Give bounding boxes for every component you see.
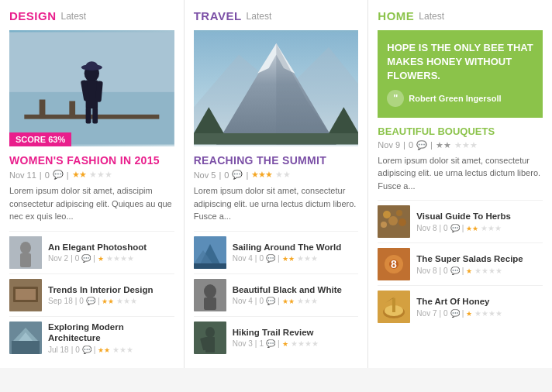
- travel-thumb-1: [194, 236, 226, 269]
- svg-point-45: [388, 216, 398, 225]
- quote-icon: ": [387, 90, 404, 107]
- svg-point-47: [398, 218, 406, 226]
- home-thumb-3-svg: [378, 291, 410, 323]
- travel-small-1-meta: Nov 4 | 0 💬 | ★★★★★: [233, 254, 359, 263]
- design-main-stars-empty: ★★★: [89, 170, 112, 180]
- comment-icon-s2: 💬: [86, 297, 95, 305]
- design-column: DESIGN Latest: [0, 0, 185, 368]
- design-thumb-3: [9, 322, 42, 354]
- comment-icon-s3: 💬: [82, 346, 91, 354]
- home-small-1-title[interactable]: Visual Guide To Herbs: [416, 211, 543, 222]
- design-main-meta: Nov 11 | 0 💬 | ★★★★★: [9, 170, 174, 180]
- home-small-3-title[interactable]: The Art Of Honey: [416, 296, 543, 308]
- travel-hero-svg: [194, 30, 359, 146]
- travel-small-article-2: Beautiful Black and White Nov 4 | 0 💬 | …: [194, 273, 359, 316]
- svg-rect-34: [194, 263, 226, 269]
- design-thumb-2-svg: [9, 279, 42, 311]
- comment-icon-t: 💬: [232, 170, 243, 180]
- svg-rect-37: [204, 297, 216, 310]
- design-small-2-content: Trends In Interior Design Sep 18 | 0 💬 |…: [48, 284, 174, 306]
- travel-thumb-3-svg: [194, 322, 226, 354]
- svg-rect-55: [392, 298, 395, 312]
- quote-author-name: Robert Green Ingersoll: [409, 94, 501, 103]
- travel-small-3-title[interactable]: Hiking Trail Review: [233, 327, 359, 339]
- travel-main-date: Nov 5: [194, 170, 216, 180]
- home-thumb-2-svg: 8: [378, 248, 410, 280]
- design-thumb-2: [9, 279, 42, 311]
- travel-thumb-1-svg: [194, 236, 226, 269]
- travel-section-name: TRAVEL: [194, 9, 242, 22]
- travel-thumb-2-svg: [194, 279, 226, 311]
- design-small-article-3: Exploring ModernArchitecture Jul 18 | 0 …: [9, 316, 174, 359]
- quote-author: " Robert Green Ingersoll: [387, 90, 533, 107]
- comment-icon-hs1: 💬: [450, 224, 460, 232]
- design-small-2-meta: Sep 18 | 0 💬 | ★★★★★: [48, 297, 174, 305]
- score-badge: SCORE 63%: [9, 132, 71, 146]
- travel-small-2-content: Beautiful Black and White Nov 4 | 0 💬 | …: [233, 284, 359, 306]
- design-main-comments: 0: [45, 170, 50, 180]
- design-small-article-2: Trends In Interior Design Sep 18 | 0 💬 |…: [9, 273, 174, 316]
- design-small-3-content: Exploring ModernArchitecture Jul 18 | 0 …: [48, 322, 174, 355]
- home-main-title[interactable]: BEAUTIFUL BOUQUETS: [378, 126, 543, 137]
- comment-icon-hs2: 💬: [450, 266, 460, 275]
- design-main-date: Nov 11: [9, 170, 36, 180]
- design-thumb-3-svg: [9, 322, 42, 354]
- design-small-article-1: An Elegant Photoshoot Nov 2 | 0 💬 | ★★★★…: [9, 231, 174, 273]
- quote-box: HOPE IS THE ONLY BEE THAT MAKES HONEY WI…: [378, 30, 543, 118]
- svg-point-44: [396, 210, 402, 216]
- home-small-2-title[interactable]: The Super Salads Recipe: [416, 253, 543, 265]
- home-small-article-2: 8 The Super Salads Recipe Nov 8 | 0 💬 | …: [378, 242, 543, 285]
- svg-rect-10: [92, 107, 98, 123]
- home-header: HOME Latest: [378, 9, 543, 22]
- travel-thumb-2: [194, 279, 226, 311]
- travel-small-article-1: Sailing Around The World Nov 4 | 0 💬 | ★…: [194, 231, 359, 273]
- comment-icon-ts2: 💬: [266, 297, 275, 305]
- svg-rect-28: [194, 133, 359, 145]
- svg-rect-3: [40, 100, 46, 119]
- travel-small-2-title[interactable]: Beautiful Black and White: [233, 284, 359, 296]
- design-thumb-1-svg: [9, 236, 42, 269]
- travel-thumb-3: [194, 322, 226, 354]
- travel-small-article-3: Hiking Trail Review Nov 3 | 1 💬 | ★★★★★: [194, 316, 359, 359]
- svg-rect-20: [12, 341, 40, 354]
- comment-icon-hs3: 💬: [450, 309, 460, 318]
- home-small-article-1: Visual Guide To Herbs Nov 8 | 0 💬 | ★★★★…: [378, 200, 543, 242]
- design-small-1-title[interactable]: An Elegant Photoshoot: [48, 242, 174, 253]
- home-small-2-meta: Nov 8 | 0 💬 | ★★★★★: [416, 266, 543, 275]
- svg-rect-9: [86, 107, 91, 123]
- design-main-title[interactable]: WOMEN'S FASHION IN 2015: [9, 154, 174, 167]
- travel-column: TRAVEL Latest: [185, 0, 369, 368]
- svg-rect-18: [16, 289, 36, 300]
- design-section-name: DESIGN: [9, 9, 57, 22]
- travel-small-2-meta: Nov 4 | 0 💬 | ★★★★★: [233, 297, 359, 305]
- home-small-3-meta: Nov 7 | 0 💬 | ★★★★★: [416, 309, 543, 318]
- travel-main-excerpt: Lorem ipsum dolor sit amet, consectetur …: [194, 184, 359, 223]
- svg-point-46: [381, 222, 387, 228]
- travel-main-meta: Nov 5 | 0 💬 | ★★★★★: [194, 170, 359, 180]
- home-main-meta: Nov 9 | 0 💬 | ★★★★★: [378, 140, 543, 150]
- travel-small-3-meta: Nov 3 | 1 💬 | ★★★★★: [233, 339, 359, 348]
- quote-text: HOPE IS THE ONLY BEE THAT MAKES HONEY WI…: [387, 41, 533, 84]
- home-section-label: Latest: [419, 11, 444, 22]
- home-small-2-content: The Super Salads Recipe Nov 8 | 0 💬 | ★★…: [416, 253, 543, 275]
- svg-point-12: [86, 61, 98, 70]
- svg-point-43: [383, 211, 391, 218]
- home-small-article-3: The Art Of Honey Nov 7 | 0 💬 | ★★★★★: [378, 285, 543, 328]
- design-small-1-stars: ★: [98, 255, 104, 263]
- svg-rect-15: [20, 253, 31, 267]
- home-main-date: Nov 9: [378, 140, 400, 150]
- svg-point-39: [205, 327, 215, 338]
- home-main-excerpt: Lorem ipsum dolor sit amet, consectetur …: [378, 154, 543, 193]
- design-small-3-title[interactable]: Exploring ModernArchitecture: [48, 322, 174, 345]
- design-header: DESIGN Latest: [9, 9, 174, 22]
- home-small-1-content: Visual Guide To Herbs Nov 8 | 0 💬 | ★★★★…: [416, 211, 543, 232]
- home-thumb-1: [378, 205, 410, 238]
- home-thumb-1-svg: [378, 205, 410, 238]
- svg-rect-4: [69, 101, 75, 118]
- design-small-2-title[interactable]: Trends In Interior Design: [48, 284, 174, 296]
- travel-main-title[interactable]: REACHING THE SUMMIT: [194, 154, 359, 167]
- travel-small-1-content: Sailing Around The World Nov 4 | 0 💬 | ★…: [233, 242, 359, 263]
- travel-header: TRAVEL Latest: [194, 9, 359, 22]
- design-main-excerpt: Lorem ipsum dolor sit amet, adiscipim co…: [9, 184, 174, 223]
- travel-small-1-title[interactable]: Sailing Around The World: [233, 242, 359, 253]
